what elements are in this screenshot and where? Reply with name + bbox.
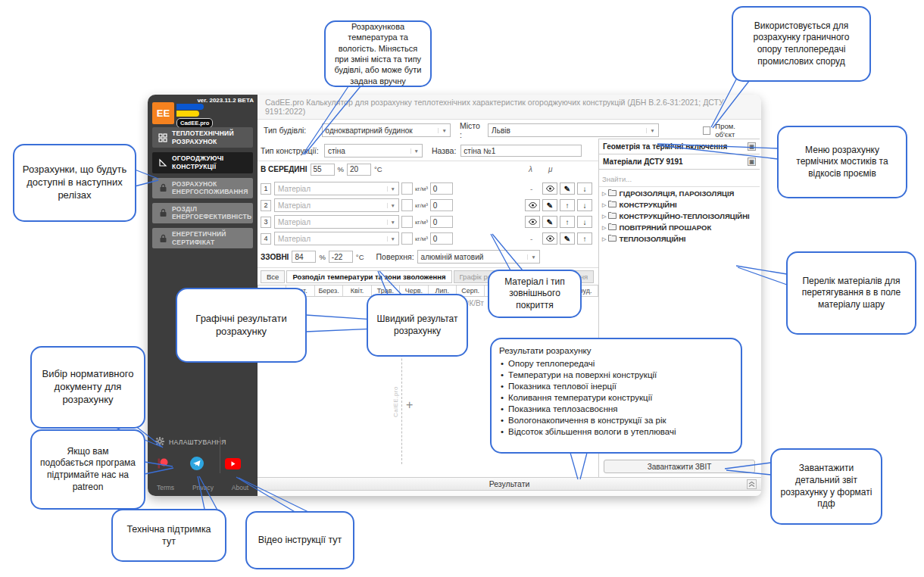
- prom-object-checkbox[interactable]: [703, 126, 711, 135]
- tree-item-constructional[interactable]: ▷ КОНСТРУКЦІЙНІ: [599, 199, 760, 211]
- layer-density-input[interactable]: [401, 232, 413, 245]
- sidebar-menu: ТЕПЛОТЕХНІЧНИЙ РОЗРАХУНОК ОГОРОДЖУЮЧІ КО…: [152, 127, 253, 253]
- layer-material-select[interactable]: Матеріал▼: [274, 198, 399, 212]
- layer-material-select[interactable]: Матеріал▼: [274, 215, 399, 229]
- privacy-link[interactable]: Privacy: [192, 484, 214, 491]
- layers-table: 1 Матеріал▼ кг/м³ 0 - - ✎ ↓ 2 Матеріал▼: [258, 177, 598, 247]
- pencil-icon[interactable]: ✎: [560, 182, 575, 195]
- gear-icon: [155, 437, 164, 448]
- settings-button[interactable]: НАЛАШТУВАННЯ: [155, 437, 253, 448]
- layer-row-1: 1 Матеріал▼ кг/м³ 0 - - ✎ ↓: [258, 180, 598, 197]
- results-bar[interactable]: Результати: [258, 477, 761, 491]
- arrow-up-icon[interactable]: ↑: [560, 216, 575, 228]
- construction-type-label: Тип конструкції:: [261, 146, 320, 155]
- layer-density-input[interactable]: [401, 199, 413, 211]
- materials-tree: ▷ ГІДРОІЗОЛЯЦІЯ, ПАРОІЗОЛЯЦІЯ ▷ КОНСТРУК…: [599, 187, 760, 245]
- window-bottom-edge: [258, 491, 761, 496]
- inside-humidity-input[interactable]: 55: [311, 164, 335, 176]
- panel-toggle-icon[interactable]: ▣: [748, 158, 756, 166]
- layer-thickness-input[interactable]: 0: [430, 182, 453, 195]
- eye-icon[interactable]: [542, 232, 557, 245]
- inside-label: В СЕРЕДИНІ: [261, 165, 307, 173]
- layer-thickness-input[interactable]: 0: [430, 216, 453, 228]
- arrow-down-icon[interactable]: ↓: [577, 182, 592, 195]
- tree-item-constructional-insulating[interactable]: ▷ КОНСТРУКЦІЙНО-ТЕПЛОІЗОЛЯЦІЙНІ: [599, 211, 760, 222]
- mu-header: μ: [548, 165, 552, 173]
- tree-item-insulating[interactable]: ▷ ТЕПЛОІЗОЛЯЦІЙНІ: [599, 233, 760, 245]
- pencil-icon[interactable]: ✎: [560, 232, 575, 245]
- density-unit-label: кг/м³: [415, 235, 428, 242]
- callout-prom-object: Використовується для розрахунку гранично…: [732, 6, 871, 82]
- layer-density-input[interactable]: [401, 216, 413, 228]
- eye-icon[interactable]: [525, 199, 540, 211]
- search-input[interactable]: [602, 175, 757, 183]
- construction-type-select[interactable]: стіна▼: [324, 144, 423, 158]
- layer-row-2: 2 Матеріал▼ кг/м³ 0 - - ✎ ↑ ↓: [258, 197, 598, 214]
- callout-patreon: Якщо вам подобається програма підтримайт…: [30, 429, 145, 510]
- arrow-down-icon[interactable]: ↓: [577, 199, 592, 211]
- arrow-down-icon[interactable]: ↓: [577, 216, 592, 228]
- download-report-button[interactable]: Завантажити ЗВІТ: [604, 460, 755, 473]
- chevron-down-icon: ▼: [387, 220, 395, 225]
- terms-link[interactable]: Terms: [157, 484, 174, 491]
- callout-results-list: Опору теплопередачі Температури на повер…: [499, 358, 676, 438]
- lock-icon: [154, 234, 172, 243]
- layer-material-select[interactable]: Матеріал▼: [274, 232, 399, 245]
- layer-row-3: 3 Матеріал▼ кг/м³ 0 - - ✎ ↑ ↓: [258, 214, 598, 230]
- layer-number: 2: [261, 200, 271, 211]
- eye-icon[interactable]: [542, 182, 557, 195]
- name-input[interactable]: стіна №1: [460, 145, 582, 157]
- sidebar-item-enclosing-constructions[interactable]: ОГОРОДЖУЮЧІ КОНСТРУКЦІЇ: [152, 152, 253, 173]
- patreon-icon[interactable]: [157, 457, 169, 473]
- chevron-down-icon: ▼: [527, 254, 535, 260]
- city-select[interactable]: Львів▼: [488, 123, 659, 137]
- inside-temp-input[interactable]: 20: [347, 164, 371, 176]
- folder-icon: [608, 212, 617, 220]
- pencil-icon[interactable]: ✎: [542, 199, 557, 211]
- chevron-right-icon: ▷: [602, 191, 606, 197]
- percent-label: %: [319, 253, 325, 261]
- layer-density-input[interactable]: [401, 182, 413, 195]
- arrow-up-icon[interactable]: ↑: [560, 199, 575, 211]
- grid-icon: [154, 133, 172, 142]
- callout-graphic-results: Графічні результати розрахунку: [176, 288, 307, 363]
- callout-normative-document: Вибір нормативного документу для розраху…: [30, 346, 145, 429]
- geometry-accordion-header[interactable]: Геометрія та термічні включення ▣: [599, 139, 760, 154]
- eye-icon[interactable]: [525, 216, 540, 228]
- tab-temperature-distribution[interactable]: Розподіл температури та зони зволоження: [286, 270, 451, 283]
- tree-item-hydro[interactable]: ▷ ГІДРОІЗОЛЯЦІЯ, ПАРОІЗОЛЯЦІЯ: [599, 188, 760, 199]
- layer-thickness-input[interactable]: 0: [430, 232, 453, 245]
- lambda-value: -: [530, 185, 532, 193]
- lock-icon: [154, 183, 172, 192]
- layer-thickness-input[interactable]: 0: [430, 199, 453, 211]
- sidebar-item-energy-consumption[interactable]: РОЗРАХУНОК ЕНЕРГОСПОЖИВАННЯ: [152, 178, 253, 198]
- telegram-icon[interactable]: [190, 457, 204, 473]
- outside-humidity-input[interactable]: 84: [292, 251, 316, 263]
- surface-select[interactable]: алюміній матовий▼: [417, 250, 540, 264]
- sidebar-item-thermal-calc[interactable]: ТЕПЛОТЕХНІЧНИЙ РОЗРАХУНОК: [152, 127, 253, 148]
- about-link[interactable]: About: [232, 484, 248, 491]
- sidebar-item-energy-certificate[interactable]: ЕНЕРГЕТИЧНИЙ СЕРТИФІКАТ: [152, 228, 253, 248]
- chevron-right-icon: ▷: [602, 236, 606, 242]
- tree-item-air-gap[interactable]: ▷ ПОВІТРЯНИЙ ПРОШАРОК: [599, 222, 760, 233]
- celsius-label: °C: [374, 165, 382, 173]
- collapse-up-icon[interactable]: [747, 479, 757, 489]
- layer-material-select[interactable]: Матеріал▼: [274, 182, 399, 195]
- layer-number: 1: [261, 183, 271, 195]
- panel-toggle-icon[interactable]: ▣: [748, 142, 756, 151]
- app-logo: EE CadEE.pro: [152, 102, 213, 128]
- ee-logo-icon: EE: [152, 102, 174, 124]
- city-label: Місто :: [460, 121, 483, 139]
- sidebar-item-energy-efficiency[interactable]: РОЗДІЛ ЕНЕРГОЕФЕКТИВНІСТЬ: [152, 203, 253, 223]
- arrow-up-icon[interactable]: ↑: [577, 232, 592, 245]
- outside-temp-input[interactable]: -22: [329, 251, 353, 263]
- youtube-icon[interactable]: [225, 458, 241, 473]
- folder-icon: [608, 189, 617, 198]
- pencil-icon[interactable]: ✎: [542, 216, 557, 228]
- building-type-select[interactable]: одноквартирний будинок▼: [322, 123, 451, 137]
- chevron-down-icon: ▼: [387, 203, 395, 208]
- chevron-down-icon: ▼: [387, 186, 395, 192]
- chevron-right-icon: ▷: [602, 225, 606, 231]
- materials-accordion-header[interactable]: Матеріали ДСТУ 9191 ▣: [599, 154, 760, 170]
- tab-all[interactable]: Все: [261, 270, 285, 283]
